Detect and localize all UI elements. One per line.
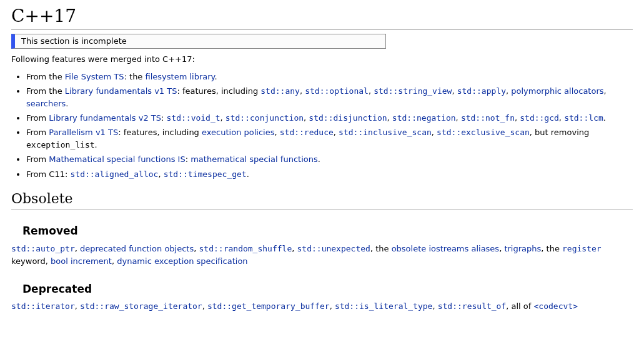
feature-link[interactable]: filesystem library bbox=[146, 72, 215, 81]
removed-body: std::auto_ptr, deprecated function objec… bbox=[11, 243, 633, 268]
source-link[interactable]: Library fundamentals v1 TS bbox=[65, 86, 177, 96]
feature-link[interactable]: std::inclusive_scan bbox=[339, 128, 432, 137]
doc-link[interactable]: std::unexpected bbox=[297, 244, 370, 253]
feature-link[interactable]: std::string_view bbox=[374, 86, 452, 96]
feature-link[interactable]: std::disjunction bbox=[309, 113, 387, 123]
feature-item: From Library fundamentals v2 TS: std::vo… bbox=[26, 112, 633, 124]
feature-list: From the File System TS: the filesystem … bbox=[11, 71, 633, 181]
feature-item: From Parallelism v1 TS: features, includ… bbox=[26, 126, 633, 151]
feature-link[interactable]: std::optional bbox=[305, 86, 369, 96]
doc-link[interactable]: std::iterator bbox=[11, 301, 75, 311]
feature-link[interactable]: std::not_fn bbox=[461, 113, 515, 123]
doc-link[interactable]: std::result_of bbox=[438, 301, 507, 311]
doc-link[interactable]: std::random_shuffle bbox=[199, 244, 292, 253]
feature-item: From the File System TS: the filesystem … bbox=[26, 71, 633, 83]
feature-link[interactable]: std::negation bbox=[392, 113, 456, 123]
doc-link[interactable]: obsolete iostreams aliases bbox=[392, 244, 500, 253]
feature-link[interactable]: std::reduce bbox=[280, 128, 334, 137]
page-title: C++17 bbox=[11, 4, 633, 30]
obsolete-heading: Obsolete bbox=[11, 190, 633, 211]
feature-link[interactable]: searchers bbox=[26, 99, 66, 108]
doc-link[interactable]: std::is_literal_type bbox=[335, 301, 433, 311]
feature-link[interactable]: std::void_t bbox=[167, 113, 220, 123]
doc-link[interactable]: register bbox=[562, 244, 602, 253]
feature-link[interactable]: execution policies bbox=[202, 128, 274, 137]
source-link[interactable]: Library fundamentals v2 TS bbox=[49, 113, 161, 123]
feature-link[interactable]: std::exclusive_scan bbox=[437, 128, 530, 137]
feature-link[interactable]: std::apply bbox=[457, 86, 506, 96]
feature-link[interactable]: std::aligned_alloc bbox=[70, 169, 158, 179]
doc-link[interactable]: std::raw_storage_iterator bbox=[80, 301, 202, 311]
feature-item: From the Library fundamentals v1 TS: fea… bbox=[26, 85, 633, 110]
feature-item: From C11: std::aligned_alloc, std::times… bbox=[26, 168, 633, 181]
deprecated-body: std::iterator, std::raw_storage_iterator… bbox=[11, 300, 633, 313]
feature-link[interactable]: polymorphic allocators bbox=[511, 86, 603, 96]
doc-link[interactable]: std::auto_ptr bbox=[11, 244, 75, 253]
incomplete-notice: This section is incomplete bbox=[11, 34, 386, 49]
doc-link[interactable]: deprecated function objects bbox=[80, 244, 194, 253]
intro-text: Following features were merged into C++1… bbox=[11, 54, 633, 65]
removed-heading: Removed bbox=[22, 224, 633, 239]
doc-link[interactable]: std::get_temporary_buffer bbox=[207, 301, 330, 311]
doc-link[interactable]: bool increment bbox=[51, 256, 112, 266]
feature-item: From Mathematical special functions IS: … bbox=[26, 153, 633, 166]
doc-link[interactable]: trigraphs bbox=[504, 244, 541, 253]
deprecated-heading: Deprecated bbox=[22, 282, 633, 297]
feature-link[interactable]: std::timespec_get bbox=[164, 169, 247, 179]
source-link[interactable]: Parallelism v1 TS bbox=[49, 128, 118, 137]
doc-link[interactable]: dynamic exception specification bbox=[117, 256, 247, 266]
doc-link[interactable]: <codecvt> bbox=[534, 301, 578, 311]
feature-link[interactable]: std::gcd bbox=[520, 113, 559, 123]
feature-link[interactable]: mathematical special functions bbox=[191, 154, 318, 164]
source-link[interactable]: Mathematical special functions IS bbox=[49, 154, 185, 164]
feature-link[interactable]: std::any bbox=[260, 86, 300, 96]
source-link[interactable]: File System TS bbox=[65, 72, 124, 81]
feature-link[interactable]: std::lcm bbox=[564, 113, 603, 123]
feature-link[interactable]: std::conjunction bbox=[225, 113, 304, 123]
code-text: exception_list bbox=[26, 140, 95, 149]
